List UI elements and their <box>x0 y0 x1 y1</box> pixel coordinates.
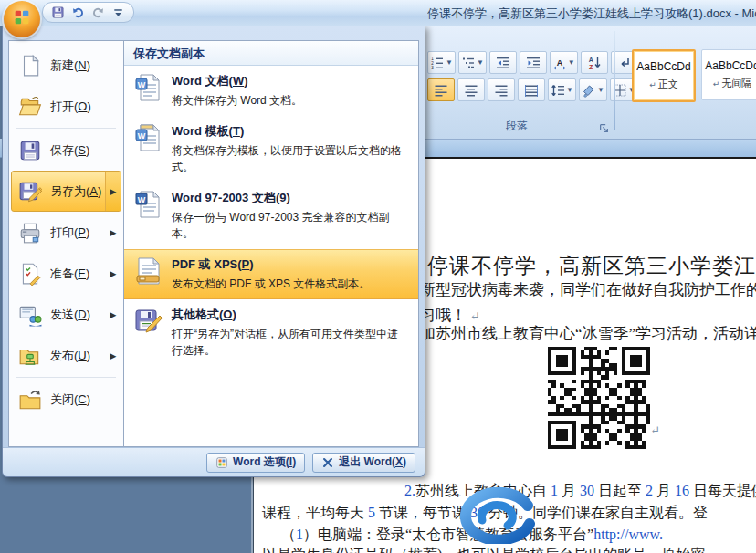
submenu-item-description: 保存一份与 Word 97-2003 完全兼容的文档副本。 <box>172 209 402 242</box>
exit-word-button[interactable]: 退出 Word(X) <box>312 453 415 473</box>
print-icon <box>18 221 42 245</box>
document-text-line: 加苏州市线上教育中心“冰雪季”学习活动，活动详情扫描二 <box>420 323 756 344</box>
menu-item-label: 保存(S) <box>50 142 89 159</box>
dropdown-arrow-icon[interactable]: ▼ <box>597 86 604 94</box>
document-text-line: 新型冠状病毒来袭，同学们在做好自我防护工作的同时，可以 <box>420 279 756 300</box>
ribbon-button-numbered-list[interactable]: 123▼ <box>427 51 456 74</box>
menu-item-publish[interactable]: 发布(U)▶ <box>11 335 121 376</box>
svg-text:W: W <box>138 195 146 204</box>
title-bar: 停课不停学，高新区第三小学娄江娃线上学习攻略(1).docx - Micr <box>0 0 756 26</box>
qat-undo-icon[interactable] <box>71 5 85 19</box>
close-folder-icon <box>18 388 42 412</box>
ribbon-button-decrease-indent[interactable] <box>489 51 517 74</box>
menu-item-label: 打印(P) <box>50 224 89 241</box>
prepare-icon <box>18 262 42 286</box>
menu-item-close[interactable]: 关闭(C) <box>11 379 121 420</box>
exit-x-icon <box>321 456 334 469</box>
word-options-label: Word 选项(I) <box>233 454 296 470</box>
submenu-item-description: 发布文档的 PDF 或 XPS 文件格式副本。 <box>172 276 370 292</box>
ribbon-button-increase-indent[interactable] <box>520 51 547 74</box>
svg-text:A: A <box>588 57 593 63</box>
submenu-item-other-formats[interactable]: 其他格式(O)打开“另存为”对话框，从所有可用文件类型中进行选择。 <box>124 299 418 366</box>
svg-text:3: 3 <box>431 66 434 70</box>
paragraph-dialog-launcher-icon[interactable] <box>599 120 610 131</box>
ribbon-group-separator <box>614 31 615 130</box>
new-document-icon <box>18 54 42 78</box>
menu-item-label: 打开(O) <box>50 99 91 115</box>
style-sample: AaBbCcDd <box>636 60 690 73</box>
word-application-window: 停课不停学，高新区第三小学娄江娃线上学新型冠状病毒来袭，同学们在做好自我防护工作… <box>0 0 756 553</box>
office-menu: 新建(N)打开(O)保存(S)另存为(A)▶打印(P)▶准备(E)▶发送(D)▶… <box>2 26 425 477</box>
submenu-item-word-doc[interactable]: WWord 文档(W)将文件保存为 Word 文档。 <box>124 66 418 116</box>
submenu-item-title: PDF 或 XPS(P) <box>172 256 370 273</box>
submenu-arrow-icon: ▶ <box>106 295 121 334</box>
menu-item-save[interactable]: 保存(S) <box>11 130 121 171</box>
menu-item-new[interactable]: 新建(N) <box>11 45 121 86</box>
style-无间隔[interactable]: AaBbCcDd↵无间隔 <box>701 49 756 100</box>
dropdown-arrow-icon[interactable]: ▼ <box>446 58 453 67</box>
office-logo-icon <box>12 7 32 31</box>
submenu-item-word-97-2003[interactable]: WWord 97-2003 文档(9)保存一份与 Word 97-2003 完全… <box>124 183 418 249</box>
submenu-item-title: Word 97-2003 文档(9) <box>172 190 402 206</box>
send-icon <box>18 303 42 327</box>
submenu-item-title: 其他格式(O) <box>172 307 402 323</box>
style-正文[interactable]: AaBbCcDd↵正文 <box>632 49 696 102</box>
menu-item-open[interactable]: 打开(O) <box>11 86 121 127</box>
menu-item-send[interactable]: 发送(D)▶ <box>11 294 121 335</box>
qat-save-icon[interactable] <box>51 5 65 19</box>
office-button[interactable] <box>4 1 40 37</box>
svg-text:Z: Z <box>589 64 593 70</box>
submenu-item-word-template[interactable]: WWord 模板(T)将文档保存为模板，以便用于设置以后文档的格式。 <box>124 116 418 183</box>
ribbon-button-align-left[interactable] <box>427 78 455 101</box>
submenu-item-title: Word 模板(T) <box>172 123 402 140</box>
dropdown-arrow-icon[interactable]: ▼ <box>566 86 573 94</box>
window-title: 停课不停学，高新区第三小学娄江娃线上学习攻略(1).docx - Micr <box>427 5 756 22</box>
word-options-button[interactable]: Word 选项(I) <box>206 453 305 473</box>
ribbon-button-align-right[interactable] <box>488 78 515 101</box>
submenu-item-description: 将文档保存为模板，以便用于设置以后文档的格式。 <box>172 142 402 175</box>
svg-text:A: A <box>557 57 563 67</box>
styles-gallery: AaBbCcDd↵正文AaBbCcDd↵无间隔 <box>632 49 756 102</box>
qr-code-image <box>548 347 650 449</box>
ribbon-button-multilevel-list[interactable]: ▼ <box>458 51 487 74</box>
dropdown-arrow-icon[interactable]: ▼ <box>568 58 575 67</box>
qat-redo-icon[interactable] <box>91 5 105 19</box>
ribbon: 123▼▼A▼AZ ▼▼▼ 段落 AaBbCcDd↵正文AaBbCcDd↵无间隔 <box>425 26 756 140</box>
quick-access-toolbar <box>42 2 134 23</box>
svg-text:W: W <box>138 131 146 141</box>
menu-item-label: 发送(D) <box>50 307 90 323</box>
submenu-item-pdf-xps[interactable]: PDF 或 XPS(P)发布文档的 PDF 或 XPS 文件格式副本。 <box>124 249 418 299</box>
ribbon-button-line-spacing[interactable]: ▼ <box>548 78 576 101</box>
menu-item-prepare[interactable]: 准备(E)▶ <box>11 253 121 294</box>
save-as-icon <box>18 180 42 203</box>
submenu-arrow-icon: ▶ <box>106 336 121 375</box>
word-options-icon <box>215 456 228 469</box>
qat-qat-dropdown-icon[interactable] <box>111 5 125 19</box>
ribbon-button-align-center[interactable] <box>457 78 485 101</box>
submenu-arrow-icon: ▶ <box>106 254 121 293</box>
ribbon-button-distribute[interactable] <box>518 78 545 101</box>
paragraph-group-label: 段落 <box>425 119 608 134</box>
menu-item-save-as[interactable]: 另存为(A)▶ <box>11 171 121 212</box>
ribbon-button-sort[interactable]: AZ <box>581 51 608 74</box>
open-folder-icon <box>18 95 42 119</box>
menu-divider <box>16 377 116 378</box>
ribbon-button-asian-layout[interactable]: A▼ <box>550 51 578 74</box>
document-text-line: ↵ <box>650 422 660 438</box>
menu-item-label: 新建(N) <box>50 57 90 74</box>
dropdown-arrow-icon[interactable]: ▼ <box>477 58 484 67</box>
svg-text:W: W <box>138 80 146 89</box>
ribbon-button-shading[interactable]: ▼ <box>579 78 607 101</box>
menu-item-label: 发布(U) <box>50 348 90 364</box>
menu-divider <box>16 128 116 129</box>
document-title-text: 停课不停学，高新区第三小学娄江娃线上学 <box>427 252 756 280</box>
office-menu-submenu: 保存文档副本 WWord 文档(W)将文件保存为 Word 文档。WWord 模… <box>123 40 419 447</box>
submenu-item-description: 将文件保存为 Word 文档。 <box>172 92 302 109</box>
other-formats-icon <box>133 307 163 336</box>
menu-item-print[interactable]: 打印(P)▶ <box>11 212 121 253</box>
submenu-item-description: 打开“另存为”对话框，从所有可用文件类型中进行选择。 <box>172 326 402 359</box>
menu-item-label: 关闭(C) <box>50 391 90 408</box>
style-sample: AaBbCcDd <box>705 59 756 72</box>
office-menu-footer: Word 选项(I) 退出 Word(X) <box>3 447 425 476</box>
style-name: ↵正文 <box>649 78 678 91</box>
